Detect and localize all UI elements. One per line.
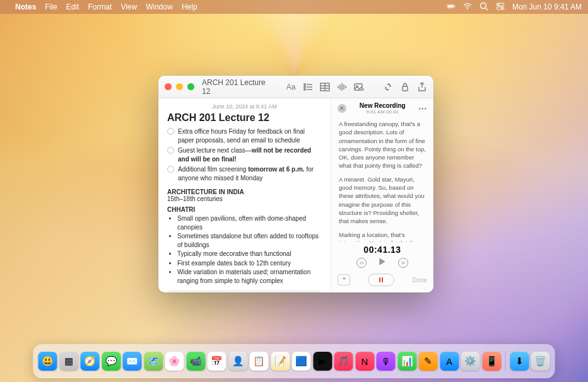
- menu-view[interactable]: View: [121, 3, 137, 11]
- dock-app-freeform[interactable]: 🟦: [292, 352, 311, 371]
- transcript-pane: ✕ New Recording 9:41 AM 00:41 ••• A free…: [331, 98, 433, 292]
- skip-forward-button[interactable]: 30: [398, 258, 408, 268]
- dock-app-pages[interactable]: ✎: [419, 352, 438, 371]
- table-button[interactable]: [320, 82, 330, 92]
- note-content[interactable]: June 10, 2024 at 9:41 AM ARCH 201 Lectur…: [158, 98, 331, 292]
- checklist: Extra office hours Friday for feedback o…: [167, 127, 322, 182]
- dock-app-notes[interactable]: 📝: [271, 352, 290, 371]
- dock-app-settings[interactable]: ⚙️: [461, 352, 480, 371]
- svg-point-12: [304, 86, 306, 88]
- svg-point-9: [502, 7, 503, 9]
- dock-app-news[interactable]: N: [355, 352, 374, 371]
- menu-file[interactable]: File: [45, 3, 57, 11]
- dock-trash[interactable]: 🗑️: [531, 352, 550, 371]
- svg-point-8: [498, 3, 500, 5]
- svg-rect-27: [403, 86, 408, 91]
- media-button[interactable]: [354, 82, 364, 92]
- bullet-list: Small open pavilions, often with dome-sh…: [167, 214, 322, 285]
- menu-bar: Notes File Edit Format View Window Help …: [0, 0, 588, 14]
- lock-button[interactable]: [400, 82, 410, 92]
- dock-app-contacts[interactable]: 👤: [228, 352, 247, 371]
- menu-window[interactable]: Window: [146, 3, 173, 11]
- dock-app-reminders[interactable]: 📋: [250, 352, 269, 371]
- section-heading: ARCHITECTURE IN INDIA: [167, 188, 322, 195]
- titlebar[interactable]: ARCH 201 Lecture 12 Aa: [158, 76, 433, 98]
- pause-record-button[interactable]: [368, 274, 394, 286]
- transcript-subtitle: 9:41 AM 00:41: [351, 109, 413, 115]
- dock-app-mail[interactable]: ✉️: [123, 352, 142, 371]
- transcript-text[interactable]: A freestanding canopy, that's a good des…: [331, 117, 433, 242]
- dock-app-podcasts[interactable]: 🎙: [377, 352, 396, 371]
- dock-app-finder[interactable]: 😃: [38, 352, 57, 371]
- bullet-item: Wide variation in materials used; orname…: [177, 268, 322, 285]
- checklist-text: Extra office hours Friday for feedback o…: [178, 128, 305, 144]
- quote-button[interactable]: ❝: [338, 274, 350, 286]
- notes-window: ARCH 201 Lecture 12 Aa June 10, 2024 at …: [158, 76, 433, 292]
- bullet-item: Small open pavilions, often with dome-sh…: [177, 214, 322, 231]
- svg-point-10: [304, 83, 306, 85]
- checklist-item[interactable]: Guest lecture next class—will not be rec…: [167, 146, 322, 163]
- zoom-button[interactable]: [187, 83, 194, 90]
- checklist-bold: tomorrow at 6 p.m.: [248, 166, 304, 173]
- control-center-icon[interactable]: [496, 2, 505, 13]
- dock-app-appstore[interactable]: A: [440, 352, 459, 371]
- close-transcript-button[interactable]: ✕: [338, 104, 346, 113]
- dock-app-music[interactable]: 🎵: [334, 352, 353, 371]
- svg-rect-1: [448, 5, 454, 8]
- note-title: ARCH 201 Lecture 12: [167, 112, 322, 124]
- dock-downloads[interactable]: ⬇: [510, 352, 529, 371]
- bullet-item: First example dates back to 12th century: [177, 259, 322, 268]
- link-button[interactable]: [383, 82, 393, 92]
- minimize-button[interactable]: [176, 83, 183, 90]
- dock-app-safari[interactable]: 🧭: [81, 352, 100, 371]
- menubar-clock[interactable]: Mon Jun 10 9:41 AM: [512, 3, 582, 11]
- checkbox-icon[interactable]: [167, 128, 174, 135]
- checkbox-icon[interactable]: [167, 147, 174, 154]
- close-button[interactable]: [165, 83, 172, 90]
- dock-app-launchpad[interactable]: ▦: [59, 352, 78, 371]
- svg-line-5: [485, 8, 488, 10]
- spotlight-icon[interactable]: [479, 2, 488, 13]
- section-subheading: 15th–18th centuries: [167, 195, 322, 202]
- checklist-item[interactable]: Additional film screening tomorrow at 6 …: [167, 165, 322, 182]
- dock-app-iphone[interactable]: 📱: [482, 352, 501, 371]
- checkbox-icon[interactable]: [167, 166, 174, 173]
- dock-app-numbers[interactable]: 📊: [397, 352, 416, 371]
- dock-app-calendar[interactable]: 📅: [208, 352, 226, 371]
- checklist-item[interactable]: Extra office hours Friday for feedback o…: [167, 127, 322, 144]
- note-date: June 10, 2024 at 9:41 AM: [167, 103, 322, 110]
- window-title: ARCH 201 Lecture 12: [202, 78, 276, 96]
- dock-app-messages[interactable]: 💬: [102, 352, 121, 371]
- checklist-text: Guest lecture next class—: [178, 147, 252, 154]
- dock-app-tv[interactable]: ▶: [313, 352, 332, 371]
- wifi-icon[interactable]: [463, 2, 472, 13]
- dock-separator: [505, 351, 506, 371]
- transcript-title: New Recording: [351, 102, 413, 109]
- skip-back-button[interactable]: 15: [356, 258, 367, 268]
- format-button[interactable]: Aa: [286, 82, 296, 92]
- audio-button[interactable]: [337, 82, 347, 92]
- app-menu[interactable]: Notes: [15, 3, 36, 11]
- transcript-paragraph: A freestanding canopy, that's a good des…: [339, 120, 426, 170]
- dock-app-photos[interactable]: 🌸: [165, 352, 184, 371]
- menu-format[interactable]: Format: [88, 3, 112, 11]
- svg-point-3: [467, 8, 468, 9]
- checklist-text: Additional film screening: [178, 166, 248, 173]
- svg-point-4: [480, 3, 486, 8]
- more-button[interactable]: •••: [418, 105, 427, 112]
- dock-app-maps[interactable]: 🗺️: [144, 352, 163, 371]
- checklist-button[interactable]: [303, 82, 313, 92]
- bullet-item: Typically more decorative than functiona…: [177, 250, 322, 258]
- menu-edit[interactable]: Edit: [66, 3, 79, 11]
- transcript-paragraph: A minaret. Gold star, Mayuri, good memor…: [339, 175, 426, 226]
- done-button[interactable]: Done: [412, 277, 427, 284]
- dock: 😃▦🧭💬✉️🗺️🌸📹📅👤📋📝🟦▶🎵N🎙📊✎A⚙️📱⬇🗑️: [33, 344, 555, 378]
- share-button[interactable]: [417, 82, 427, 92]
- traffic-lights: [165, 83, 194, 90]
- dock-app-facetime[interactable]: 📹: [186, 352, 205, 371]
- recording-attachment[interactable]: New Recording 00:41: [167, 290, 322, 292]
- battery-icon[interactable]: [447, 2, 456, 13]
- audio-player: 00:41.13 15 30 ❝ Done: [331, 242, 433, 292]
- play-button[interactable]: [378, 257, 387, 269]
- menu-help[interactable]: Help: [182, 3, 197, 11]
